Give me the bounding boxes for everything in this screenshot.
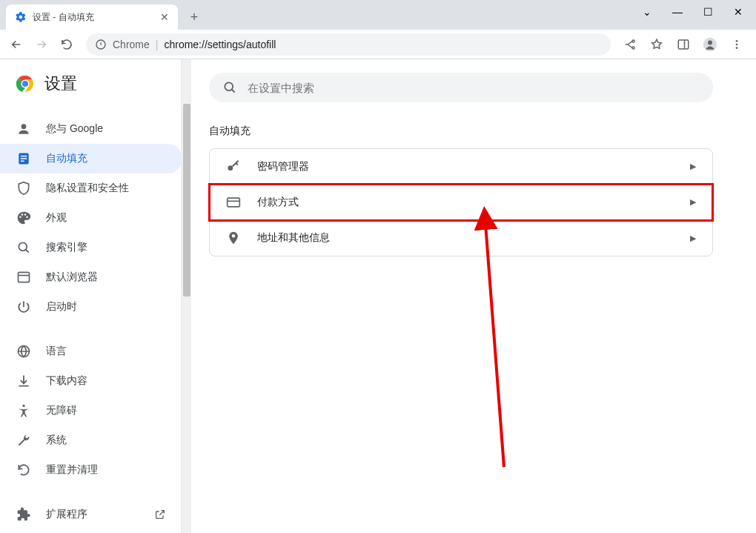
svg-rect-3 xyxy=(678,40,689,49)
svg-point-7 xyxy=(736,43,738,45)
sidebar-item-on-startup[interactable]: 启动时 xyxy=(0,292,182,322)
settings-content: 设置 您与 Google 自动填充 隐私设置和安全性 外观 搜索引擎 xyxy=(0,59,756,533)
sidebar-item-autofill[interactable]: 自动填充 xyxy=(0,144,182,173)
svg-point-8 xyxy=(736,47,738,49)
row-payment-methods[interactable]: 付款方式 ▶ xyxy=(210,185,712,220)
svg-point-1 xyxy=(632,40,634,42)
svg-point-6 xyxy=(736,40,738,42)
sidebar-item-search-engine[interactable]: 搜索引擎 xyxy=(0,233,182,262)
sidebar-item-you-and-google[interactable]: 您与 Google xyxy=(0,114,182,144)
settings-search-input[interactable] xyxy=(248,82,700,94)
person-icon xyxy=(16,122,31,136)
sidebar-title: 设置 xyxy=(44,73,77,95)
shield-icon xyxy=(16,181,31,196)
accessibility-icon xyxy=(16,403,31,418)
browser-tab[interactable]: 设置 - 自动填充 ✕ xyxy=(6,4,178,30)
chevron-right-icon: ▶ xyxy=(690,197,696,207)
section-title: 自动填充 xyxy=(191,116,741,148)
row-passwords[interactable]: 密码管理器 ▶ xyxy=(210,149,712,185)
chevron-right-icon: ▶ xyxy=(690,162,696,171)
key-icon xyxy=(226,159,241,174)
browser-toolbar: Chrome | chrome://settings/autofill xyxy=(0,30,756,59)
svg-rect-14 xyxy=(21,156,27,157)
reset-icon xyxy=(16,463,31,477)
sidebar-item-accessibility[interactable]: 无障碍 xyxy=(0,396,182,426)
browser-icon xyxy=(16,270,31,285)
credit-card-icon xyxy=(226,195,241,210)
svg-point-11 xyxy=(22,81,28,87)
search-icon xyxy=(222,80,237,95)
window-close-icon[interactable]: ✕ xyxy=(734,6,743,18)
profile-icon[interactable] xyxy=(700,34,720,55)
gear-icon xyxy=(15,11,27,23)
settings-sidebar: 设置 您与 Google 自动填充 隐私设置和安全性 外观 搜索引擎 xyxy=(0,59,191,533)
svg-point-12 xyxy=(21,124,27,129)
svg-point-22 xyxy=(228,165,233,171)
autofill-icon xyxy=(16,151,31,166)
search-icon xyxy=(16,240,31,255)
window-controls: ⌄ — ☐ ✕ xyxy=(629,0,756,24)
settings-main: 自动填充 密码管理器 ▶ 付款方式 ▶ 地址和其他信息 ▶ xyxy=(191,59,756,533)
svg-rect-23 xyxy=(228,198,240,207)
sidebar-scrollbar[interactable] xyxy=(181,59,191,533)
share-icon[interactable] xyxy=(620,34,640,55)
power-icon xyxy=(16,299,31,314)
bookmark-icon[interactable] xyxy=(646,34,667,55)
forward-button[interactable] xyxy=(31,34,52,55)
window-maximize-icon[interactable]: ☐ xyxy=(703,6,713,18)
extension-icon xyxy=(16,507,31,522)
sidebar-item-language[interactable]: 语言 xyxy=(0,337,182,366)
new-tab-button[interactable]: + xyxy=(184,7,205,27)
svg-rect-16 xyxy=(21,161,24,162)
menu-icon[interactable] xyxy=(726,34,747,55)
autofill-card: 密码管理器 ▶ 付款方式 ▶ 地址和其他信息 ▶ xyxy=(209,148,713,256)
svg-rect-18 xyxy=(19,272,30,282)
sidebar-item-system[interactable]: 系统 xyxy=(0,426,182,455)
svg-point-5 xyxy=(708,40,712,44)
external-link-icon xyxy=(154,509,166,520)
url-path: chrome://settings/autofill xyxy=(164,39,276,50)
browser-tab-bar: 设置 - 自动填充 ✕ + ⌄ — ☐ ✕ xyxy=(0,0,756,30)
sidebar-item-privacy[interactable]: 隐私设置和安全性 xyxy=(0,173,182,203)
reload-button[interactable] xyxy=(56,34,77,55)
row-addresses[interactable]: 地址和其他信息 ▶ xyxy=(210,220,712,256)
globe-icon xyxy=(16,344,31,359)
wrench-icon xyxy=(16,433,31,448)
svg-point-20 xyxy=(22,405,24,407)
chevron-right-icon: ▶ xyxy=(690,234,696,243)
sidebar-item-appearance[interactable]: 外观 xyxy=(0,203,182,233)
address-bar[interactable]: Chrome | chrome://settings/autofill xyxy=(86,33,611,56)
settings-search[interactable] xyxy=(209,73,713,102)
sidebar-item-default-browser[interactable]: 默认浏览器 xyxy=(0,262,182,292)
window-dropdown-icon[interactable]: ⌄ xyxy=(643,6,651,18)
side-panel-icon[interactable] xyxy=(673,34,694,55)
site-info-icon[interactable] xyxy=(95,39,107,50)
back-button[interactable] xyxy=(6,34,27,55)
location-icon xyxy=(226,231,241,245)
palette-icon xyxy=(16,211,31,225)
window-minimize-icon[interactable]: — xyxy=(672,6,683,18)
scrollbar-thumb[interactable] xyxy=(183,104,190,297)
tab-close-icon[interactable]: ✕ xyxy=(160,11,169,23)
sidebar-item-extensions[interactable]: 扩展程序 xyxy=(0,500,182,529)
download-icon xyxy=(16,374,31,388)
svg-rect-15 xyxy=(21,158,27,159)
sidebar-item-reset[interactable]: 重置并清理 xyxy=(0,455,182,485)
chrome-logo-icon xyxy=(16,75,34,93)
tab-title: 设置 - 自动填充 xyxy=(33,11,154,24)
sidebar-item-downloads[interactable]: 下载内容 xyxy=(0,366,182,396)
svg-point-2 xyxy=(632,47,634,49)
url-host: Chrome xyxy=(113,39,150,50)
